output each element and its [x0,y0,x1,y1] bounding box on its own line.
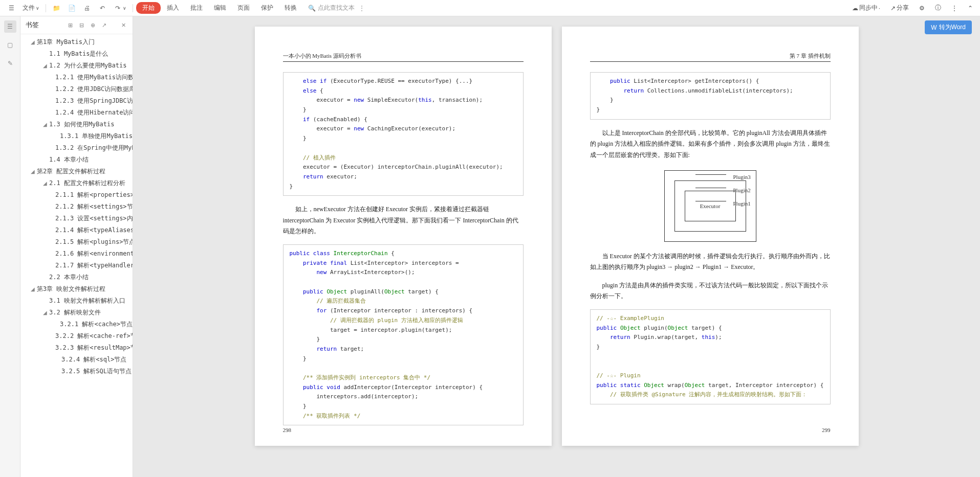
tree-item[interactable]: 2.1.1 解析<properties>节点 [20,189,133,201]
document-viewport[interactable]: W 转为Word 一本小小的 MyBatis 源码分析书 else if (Ex… [133,16,980,477]
bm-tool-1[interactable]: ⊞ [66,21,74,29]
redo-icon[interactable]: ↷∨ [111,2,129,14]
tree-item[interactable]: 2.1.2 解析<settings>节点 [20,201,133,213]
bm-tool-3[interactable]: ⊕ [89,21,97,29]
code-block-2: public class InterceptorChain { private … [283,244,524,425]
tab-start[interactable]: 开始 [136,2,161,14]
tree-item[interactable]: 2.1.3 设置<settings>内容到Co… [20,213,133,224]
tree-item[interactable]: ◢1.3 如何使用MyBatis [20,119,133,130]
info-icon[interactable]: ⓘ [932,2,944,14]
open-icon[interactable]: 📁 [49,2,63,14]
close-icon[interactable]: ✕ [119,21,127,29]
tree-item[interactable]: ◢3.2 解析映射文件 [20,307,133,319]
tab-protect[interactable]: 保护 [256,2,278,14]
share-icon: ↗ [890,5,896,12]
convert-word-button[interactable]: W 转为Word [925,20,972,34]
tree-item[interactable]: ◢第3章 映射文件解析过程 [20,283,133,295]
tree-item[interactable]: 1.3.2 在Spring中使用MyBatis [20,142,133,154]
tree-item[interactable]: 2.2 本章小结 [20,271,133,283]
tree-item[interactable]: 3.2.5 解析SQL语句节点 [20,366,133,377]
tree-item[interactable]: ◢第2章 配置文件解析过程 [20,166,133,177]
page-number: 299 [822,427,831,433]
tab-insert[interactable]: 插入 [162,2,184,14]
nesting-diagram: Executor Plugin3 Plugin2 Plugin1 [590,170,831,242]
tree-item[interactable]: 1.3.1 单独使用MyBatis [20,130,133,142]
paragraph: 当 Executor 的某个方法被调用的时候，插件逻辑会先行执行。执行顺序由外而… [590,251,831,273]
tree-item[interactable]: 1.2.4 使用Hibernate访问数据库 [20,107,133,119]
tree-item[interactable]: 3.2.2 解析<cache-ref>节点 [20,330,133,342]
tree-item[interactable]: 1.2.3 使用SpringJDBC访问数据库 [20,95,133,107]
page-number: 298 [283,427,292,433]
file-menu[interactable]: 文件 ∨ [19,2,42,14]
paragraph: 以上是 InterceptorChain 的全部代码，比较简单。它的 plugi… [590,128,831,161]
tree-item[interactable]: ◢1.2 为什么要使用MyBatis [20,60,133,72]
bm-tool-2[interactable]: ⊟ [77,21,85,29]
more-icon[interactable]: ⋮ [948,3,961,14]
bookmarks-title: 书签 [26,20,39,30]
sync-button[interactable]: ☁ 同步中 · [849,2,883,14]
code-block-1: else if (ExecutorType.REUSE == executorT… [283,72,524,196]
search-input[interactable]: 🔍 点此查找文本 ⋮ [308,4,365,12]
tab-convert[interactable]: 转换 [279,2,302,14]
tree-item[interactable]: 1.4 本章小结 [20,154,133,166]
code-block-4: // -☆- ExamplePlugin public Object plugi… [590,309,831,404]
share-button[interactable]: ↗ 分享 [887,2,912,14]
code-block-3: public List<Interceptor> getInterceptors… [590,72,831,120]
menu-icon[interactable]: ☰ [4,2,18,14]
tree-item[interactable]: 1.2.2 使用JDBC访问数据库 [20,83,133,95]
tab-page[interactable]: 页面 [232,2,255,14]
cloud-icon: ☁ [852,5,858,12]
tree-item[interactable]: 3.2.1 解析<cache>节点 [20,319,133,330]
print-icon[interactable]: 🖨 [80,2,94,14]
attach-icon[interactable]: ✎ [4,57,16,70]
bookmarks-panel: 书签 ⊞ ⊟ ⊕ ↗ ✕ ◢第1章 MyBatis入门1.1 MyBatis是什… [20,16,133,477]
tree-item[interactable]: ◢2.1 配置文件解析过程分析 [20,177,133,189]
save-icon[interactable]: 📄 [64,2,79,14]
main-toolbar: ☰ 文件 ∨ 📁 📄 🖨 ↶ ↷∨ 开始 插入 批注 编辑 页面 保护 转换 🔍… [0,0,980,16]
tree-item[interactable]: 2.1.4 解析<typeAliases>节点 [20,224,133,236]
paragraph: plugin 方法是由具体的插件类实现，不过该方法代码一般比较固定，所以下面找个… [590,280,831,302]
collapse-icon[interactable]: ⌃ [965,3,976,14]
thumbnails-icon[interactable]: ▢ [4,39,16,51]
bookmarks-tree: ◢第1章 MyBatis入门1.1 MyBatis是什么◢1.2 为什么要使用M… [20,34,133,477]
tree-item[interactable]: 3.1 映射文件解析解析入口 [20,295,133,307]
tree-item[interactable]: 1.2.1 使用MyBatis访问数据库 [20,72,133,83]
tree-item[interactable]: 2.1.5 解析<plugins>节点 [20,236,133,248]
side-icon-bar: ☰ ▢ ✎ [0,16,20,477]
tree-item[interactable]: 3.2.3 解析<resultMap>节点 [20,342,133,354]
book-title: 一本小小的 MyBatis 源码分析书 [283,52,361,60]
tree-item[interactable]: 3.2.4 解析<sql>节点 [20,354,133,366]
paragraph: 如上，newExecutor 方法在创建好 Executor 实例后，紧接着通过… [283,204,524,237]
chapter-title: 第 7 章 插件机制 [790,52,831,60]
page-right: 第 7 章 插件机制 public List<Interceptor> getI… [562,27,859,446]
tree-item[interactable]: ◢第1章 MyBatis入门 [20,36,133,48]
tree-item[interactable]: 1.1 MyBatis是什么 [20,48,133,60]
tab-edit[interactable]: 编辑 [209,2,231,14]
undo-icon[interactable]: ↶ [95,2,110,14]
settings-icon[interactable]: ⚙ [916,3,928,14]
page-left: 一本小小的 MyBatis 源码分析书 else if (ExecutorTyp… [255,27,552,446]
bm-tool-4[interactable]: ↗ [100,21,108,29]
tab-review[interactable]: 批注 [185,2,208,14]
tree-item[interactable]: 2.1.6 解析<environments>节点 [20,248,133,260]
search-icon: 🔍 [308,5,316,12]
word-icon: W [931,24,937,31]
bookmarks-icon[interactable]: ☰ [4,20,16,33]
tree-item[interactable]: 2.1.7 解析<typeHandlers>节点 [20,260,133,271]
